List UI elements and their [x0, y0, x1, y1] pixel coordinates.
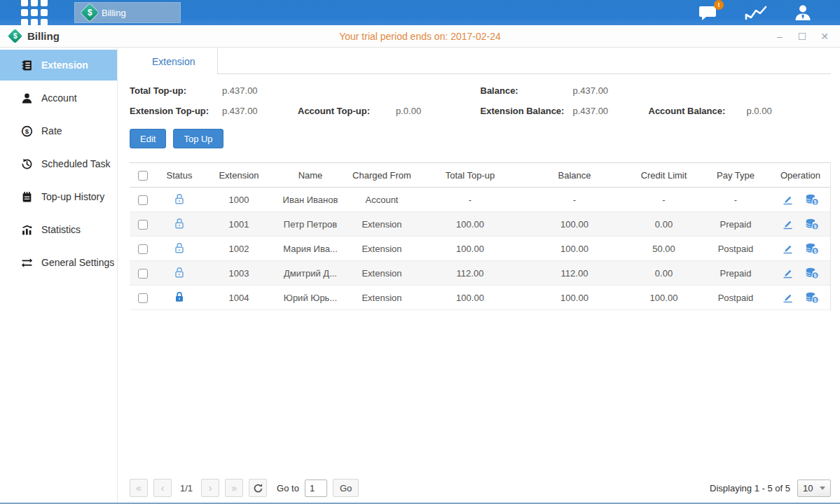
col-extension: Extension [202, 170, 275, 181]
col-pay-type: Pay Type [701, 170, 771, 181]
cell-extension: 1002 [202, 244, 275, 254]
apps-grid-icon[interactable] [21, 0, 48, 26]
summary-panel: Total Top-up: p.437.00 Extension Top-up:… [130, 74, 831, 116]
edit-pencil-icon[interactable] [782, 267, 794, 279]
close-button[interactable]: ✕ [819, 31, 830, 42]
scheduled-task-icon [21, 158, 33, 170]
cell-name: Мария Ива... [275, 244, 345, 254]
user-icon[interactable] [794, 4, 812, 22]
account-balance-value: p.0.00 [747, 106, 832, 116]
topup-coins-icon[interactable]: $ [805, 243, 819, 255]
page-size-select[interactable]: 10 [797, 479, 831, 497]
topup-coins-icon[interactable]: $ [805, 292, 819, 304]
select-all-checkbox[interactable] [138, 171, 148, 181]
topup-coins-icon[interactable]: $ [805, 218, 819, 230]
cell-balance: 112.00 [522, 268, 627, 279]
edit-pencil-icon[interactable] [782, 243, 794, 255]
cell-balance: 100.00 [522, 244, 627, 254]
minimize-button[interactable]: – [774, 31, 785, 42]
edit-button[interactable]: Edit [130, 129, 166, 148]
general-settings-icon [21, 257, 33, 269]
row-checkbox[interactable] [138, 195, 148, 205]
table-header-row: Status Extension Name Charged From Total… [130, 163, 830, 188]
cell-pay-type: - [701, 195, 771, 205]
col-name: Name [275, 170, 345, 181]
cell-charged-from: Extension [345, 293, 418, 303]
edit-pencil-icon[interactable] [782, 194, 794, 206]
status-unlocked-icon[interactable] [173, 266, 186, 279]
sidebar-item-label: Extension [41, 59, 88, 71]
edit-pencil-icon[interactable] [782, 292, 794, 304]
maximize-button[interactable]: ☐ [797, 31, 808, 42]
prev-page-button[interactable]: ‹ [153, 479, 172, 497]
cell-name: Петр Петров [275, 219, 345, 230]
status-locked-icon[interactable] [173, 290, 186, 303]
svg-text:$: $ [25, 127, 29, 134]
row-checkbox[interactable] [138, 220, 148, 230]
cell-pay-type: Postpaid [701, 244, 771, 254]
next-page-button[interactable]: › [201, 479, 219, 497]
window-titlebar: $ Billing Your trial period ends on: 201… [0, 25, 840, 48]
sidebar-item-scheduled-task[interactable]: Scheduled Task [0, 148, 117, 179]
sidebar-item-rate[interactable]: $ Rate [0, 115, 117, 146]
cell-extension: 1001 [202, 219, 275, 230]
cell-total-topup: 100.00 [418, 293, 522, 303]
sidebar-item-topup-history[interactable]: Top-up History [0, 181, 117, 212]
taskbar-billing-button[interactable]: $ Billing [74, 2, 181, 23]
account-balance-label: Account Balance: [649, 106, 747, 116]
cell-total-topup: - [418, 195, 522, 205]
edit-pencil-icon[interactable] [782, 218, 794, 230]
sidebar-item-label: Statistics [41, 224, 81, 235]
sidebar-item-account[interactable]: Account [0, 83, 117, 113]
topup-button[interactable]: Top Up [173, 129, 223, 148]
messages-icon[interactable]: ! [698, 4, 718, 21]
sidebar-item-extension[interactable]: Extension [0, 50, 117, 80]
sidebar-item-statistics[interactable]: Statistics [0, 214, 117, 245]
extension-balance-value: p.437.00 [573, 106, 649, 116]
status-unlocked-icon[interactable] [173, 217, 186, 230]
col-total-topup: Total Top-up [418, 170, 522, 181]
col-status: Status [156, 170, 202, 181]
sidebar-item-general-settings[interactable]: General Settings [0, 247, 117, 278]
status-unlocked-icon[interactable] [173, 241, 186, 254]
sidebar: Extension Account $ Rate Scheduled Task [0, 48, 118, 503]
content-area: Extension Total Top-up: p.437.00 Extensi… [118, 48, 840, 503]
message-badge: ! [714, 0, 724, 10]
cell-total-topup: 100.00 [418, 219, 522, 230]
tab-extension[interactable]: Extension [130, 48, 218, 74]
rate-icon: $ [21, 125, 33, 137]
last-page-button[interactable]: » [225, 479, 243, 497]
status-unlocked-icon[interactable] [173, 192, 186, 205]
col-credit-limit: Credit Limit [627, 170, 701, 181]
displaying-info: Displaying 1 - 5 of 5 [710, 483, 790, 493]
balance-label: Balance: [481, 85, 573, 96]
cell-credit-limit: 100.00 [627, 293, 701, 303]
table-row: 1001 Петр Петров Extension 100.00 100.00… [130, 212, 830, 237]
go-button[interactable]: Go [333, 479, 359, 497]
refresh-button[interactable] [249, 479, 267, 497]
row-checkbox[interactable] [138, 244, 148, 254]
goto-label: Go to [277, 483, 299, 493]
extensions-table: Status Extension Name Charged From Total… [130, 162, 831, 310]
cell-credit-limit: - [627, 195, 701, 205]
row-checkbox[interactable] [138, 293, 148, 303]
topup-coins-icon[interactable]: $ [805, 267, 819, 279]
cell-credit-limit: 0.00 [627, 219, 701, 230]
cell-charged-from: Extension [345, 244, 418, 254]
window-title: Billing [27, 30, 60, 42]
refresh-icon [253, 483, 263, 493]
row-checkbox[interactable] [138, 269, 148, 279]
desktop-topbar: $ Billing ! [0, 0, 840, 25]
table-row: 1004 Юрий Юрь... Extension 100.00 100.00… [130, 286, 830, 310]
extension-icon [21, 59, 33, 71]
cell-pay-type: Prepaid [701, 268, 771, 279]
first-page-button[interactable]: « [130, 479, 148, 497]
cell-name: Иван Иванов [275, 195, 345, 205]
statistics-icon [21, 224, 33, 236]
goto-page-input[interactable] [305, 479, 327, 497]
cell-pay-type: Prepaid [701, 219, 771, 230]
topup-coins-icon[interactable]: $ [805, 194, 819, 206]
resource-monitor-icon[interactable] [745, 4, 767, 21]
cell-total-topup: 100.00 [418, 244, 522, 254]
cell-total-topup: 112.00 [418, 268, 522, 279]
